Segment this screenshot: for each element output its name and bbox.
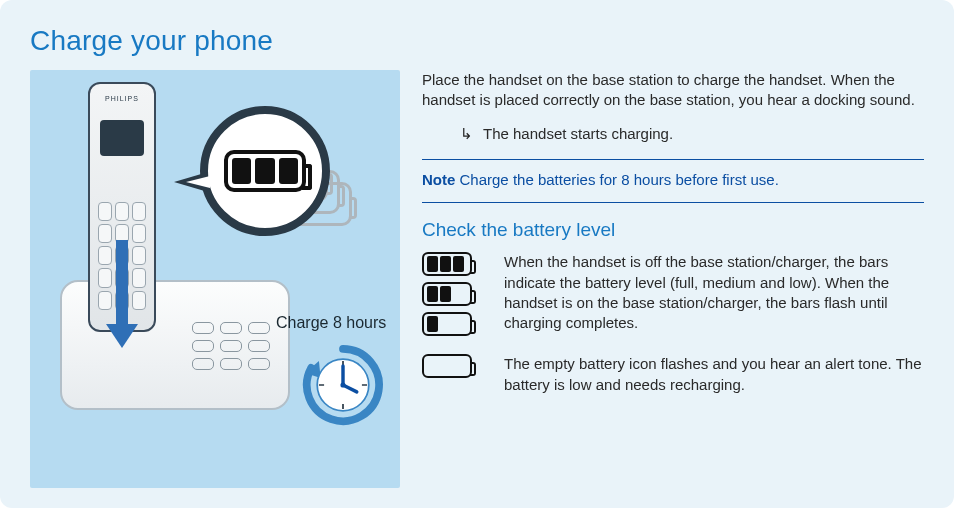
note-row: Note Charge the batteries for 8 hours be… [422, 170, 924, 190]
callout-bubble [200, 106, 330, 236]
result-bullet: ↳ The handset starts charging. [460, 124, 924, 144]
base-key [220, 358, 242, 370]
battery-medium-icon [422, 282, 472, 306]
base-key [220, 322, 242, 334]
base-key [248, 358, 270, 370]
battery-empty-text: The empty battery icon flashes and you h… [504, 354, 924, 395]
charge-duration-label: Charge 8 hours [276, 312, 386, 334]
illustration-panel: PHILIPS [30, 70, 400, 488]
base-key [192, 358, 214, 370]
base-key [192, 340, 214, 352]
phone-brand-label: PHILIPS [90, 94, 154, 103]
battery-levels-text: When the handset is off the base station… [504, 252, 924, 336]
bullet-text: The handset starts charging. [483, 124, 673, 144]
columns: PHILIPS [30, 70, 924, 488]
battery-row-empty: The empty battery icon flashes and you h… [422, 354, 924, 395]
return-arrow-icon: ↳ [460, 124, 473, 144]
base-key [192, 322, 214, 334]
battery-empty-icon-wrap [422, 354, 484, 395]
base-key [248, 340, 270, 352]
note-label: Note [422, 171, 455, 188]
battery-full-icon [422, 252, 472, 276]
battery-low-icon [422, 312, 472, 336]
page-title: Charge your phone [30, 22, 924, 60]
base-key [248, 322, 270, 334]
separator [422, 202, 924, 203]
clock-icon [300, 342, 386, 428]
instruction-card: Charge your phone PHILIPS [0, 0, 954, 508]
svg-point-8 [340, 382, 345, 387]
base-key [220, 340, 242, 352]
subheading: Check the battery level [422, 217, 924, 243]
battery-full-icon [224, 150, 306, 192]
separator [422, 159, 924, 160]
down-arrow-icon [106, 240, 138, 352]
text-column: Place the handset on the base station to… [422, 70, 924, 488]
battery-empty-icon [422, 354, 472, 378]
battery-row-levels: When the handset is off the base station… [422, 252, 924, 336]
battery-level-icons [422, 252, 484, 336]
note-text: Charge the batteries for 8 hours before … [460, 171, 779, 188]
intro-paragraph: Place the handset on the base station to… [422, 70, 924, 111]
handset-screen [100, 120, 144, 156]
